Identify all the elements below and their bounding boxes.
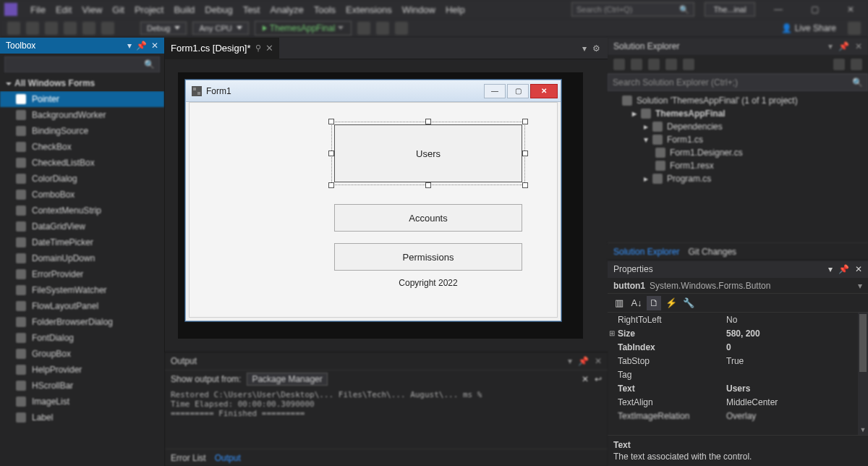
property-pages-icon[interactable]: 🔧 — [681, 296, 696, 310]
menu-build[interactable]: Build — [174, 4, 195, 15]
tab-error-list[interactable]: Error List — [171, 453, 206, 463]
property-value[interactable]: No — [726, 315, 864, 325]
menu-help[interactable]: Help — [446, 4, 465, 15]
property-row[interactable]: Tag — [608, 368, 868, 381]
toolbox-item[interactable]: ContextMenuStrip — [0, 203, 164, 219]
toolbox-item[interactable]: HelpProvider — [0, 362, 164, 378]
window-close-icon[interactable]: ✕ — [838, 4, 864, 14]
output-source-dropdown[interactable]: Package Manager — [247, 373, 327, 386]
wrap-icon[interactable]: ↩ — [595, 374, 602, 384]
home-icon[interactable] — [613, 59, 625, 70]
close-icon[interactable]: ✕ — [855, 264, 862, 274]
button-accounts[interactable]: Accounts — [334, 204, 522, 232]
toolbox-section-header[interactable]: All Windows Forms — [0, 75, 164, 91]
resize-handle[interactable] — [328, 151, 334, 156]
properties-object-selector[interactable]: button1 System.Windows.Forms.Button ▾ — [608, 278, 868, 294]
property-row[interactable]: TextAlignMiddleCenter — [608, 395, 868, 409]
platform-dropdown[interactable]: Any CPU — [192, 22, 248, 35]
menu-test[interactable]: Test — [243, 4, 260, 15]
property-row[interactable]: ⊞Size580, 200 — [608, 326, 868, 340]
toolbox-item[interactable]: DateTimePicker — [0, 234, 164, 250]
nav-back-icon[interactable] — [7, 22, 20, 35]
start-debug-button[interactable]: ThemesAppFinal — [255, 21, 352, 35]
feedback-icon[interactable] — [848, 22, 861, 35]
toolbox-item[interactable]: FlowLayoutPanel — [0, 298, 164, 314]
property-value[interactable]: True — [726, 356, 864, 366]
pin-icon[interactable]: 📌 — [136, 41, 147, 51]
property-row[interactable]: RightToLeftNo — [608, 313, 868, 326]
menu-git[interactable]: Git — [112, 4, 124, 15]
resize-handle[interactable] — [522, 182, 528, 188]
show-all-icon[interactable] — [665, 59, 677, 70]
resize-handle[interactable] — [522, 119, 528, 124]
resize-handle[interactable] — [425, 119, 431, 124]
new-project-icon[interactable] — [45, 22, 58, 35]
property-value[interactable]: Overlay — [726, 411, 864, 421]
output-text[interactable]: Restored C:\Users\User\Desktop\... Files… — [165, 387, 608, 449]
copyright-label[interactable]: Copyright 2022 — [334, 278, 522, 288]
toolbar-icon[interactable] — [376, 22, 389, 35]
property-row[interactable]: TextUsers — [608, 381, 868, 395]
tab-output[interactable]: Output — [215, 453, 241, 463]
clear-icon[interactable]: ✕ — [582, 374, 589, 384]
open-file-icon[interactable] — [64, 22, 77, 35]
config-dropdown[interactable]: Debug — [140, 22, 187, 35]
winforms-form[interactable]: Form1 — ▢ ✕ Users — [185, 80, 561, 321]
properties-grid[interactable]: ▲ ▼ RightToLeftNo⊞Size580, 200TabIndex0T… — [608, 313, 868, 435]
close-icon[interactable]: ✕ — [151, 41, 158, 51]
form-client-area[interactable]: Users Accounts — [189, 102, 558, 318]
pin-icon[interactable]: ⚲ — [255, 43, 261, 53]
toolbox-item[interactable]: DomainUpDown — [0, 250, 164, 266]
toolbox-item[interactable]: ColorDialog — [0, 171, 164, 187]
menu-window[interactable]: Window — [402, 4, 435, 15]
project-badge[interactable]: The...inal — [705, 2, 755, 17]
gear-icon[interactable]: ⚙ — [592, 43, 600, 54]
scroll-down-icon[interactable]: ▼ — [858, 425, 868, 435]
property-value[interactable]: 0 — [726, 342, 864, 352]
scroll-thumb[interactable] — [859, 314, 867, 372]
chevron-down-icon[interactable]: ▾ — [858, 281, 862, 291]
property-row[interactable]: TabIndex0 — [608, 340, 868, 354]
toolbox-item[interactable]: FontDialog — [0, 330, 164, 346]
property-value[interactable]: 580, 200 — [726, 329, 864, 339]
resize-handle[interactable] — [328, 182, 334, 188]
chevron-down-icon[interactable]: ▾ — [568, 356, 572, 366]
close-icon[interactable]: ✕ — [265, 43, 273, 54]
expand-icon[interactable]: ⊞ — [609, 329, 615, 337]
save-icon[interactable] — [82, 22, 95, 35]
live-share-button[interactable]: 👤Live Share — [775, 23, 842, 33]
toolbox-item[interactable]: ComboBox — [0, 187, 164, 203]
toolbox-item[interactable]: Pointer — [0, 91, 164, 107]
collapse-icon[interactable] — [648, 59, 660, 70]
wrench-icon[interactable] — [833, 59, 845, 70]
events-icon[interactable]: ⚡ — [664, 296, 678, 310]
toolbox-item[interactable]: DataGridView — [0, 219, 164, 234]
save-all-icon[interactable] — [101, 22, 114, 35]
toolbox-item[interactable]: ErrorProvider — [0, 266, 164, 282]
sync-icon[interactable] — [683, 59, 694, 70]
property-value[interactable]: Users — [726, 384, 864, 394]
key-icon[interactable] — [851, 59, 862, 70]
alphabetical-icon[interactable]: A↓ — [629, 296, 644, 310]
menu-view[interactable]: View — [82, 4, 102, 15]
menu-debug[interactable]: Debug — [205, 4, 232, 15]
toolbox-item[interactable]: GroupBox — [0, 346, 164, 362]
toolbox-item[interactable]: BackgroundWorker — [0, 107, 164, 123]
toolbox-item[interactable]: HScrollBar — [0, 378, 164, 394]
close-icon[interactable]: ✕ — [855, 41, 862, 51]
nav-fwd-icon[interactable] — [26, 22, 39, 35]
tab-git-changes[interactable]: Git Changes — [688, 247, 736, 257]
toolbox-item[interactable]: FolderBrowserDialog — [0, 314, 164, 330]
solution-explorer-search[interactable]: Search Solution Explorer (Ctrl+;)🔍 — [608, 74, 868, 91]
form-close-icon[interactable]: ✕ — [530, 84, 558, 98]
button-users[interactable]: Users — [334, 124, 522, 182]
toolbox-item[interactable]: CheckedListBox — [0, 155, 164, 171]
chevron-down-icon[interactable]: ▾ — [828, 41, 833, 51]
form-minimize-icon[interactable]: — — [484, 84, 506, 98]
resize-handle[interactable] — [328, 119, 334, 124]
chevron-down-icon[interactable]: ▾ — [127, 41, 132, 51]
resize-handle[interactable] — [522, 151, 528, 156]
toolbox-item[interactable]: Label — [0, 410, 164, 425]
button-permissions[interactable]: Permissions — [334, 243, 522, 271]
tab-form-designer[interactable]: Form1.cs [Design]* ⚲ ✕ — [165, 38, 279, 59]
